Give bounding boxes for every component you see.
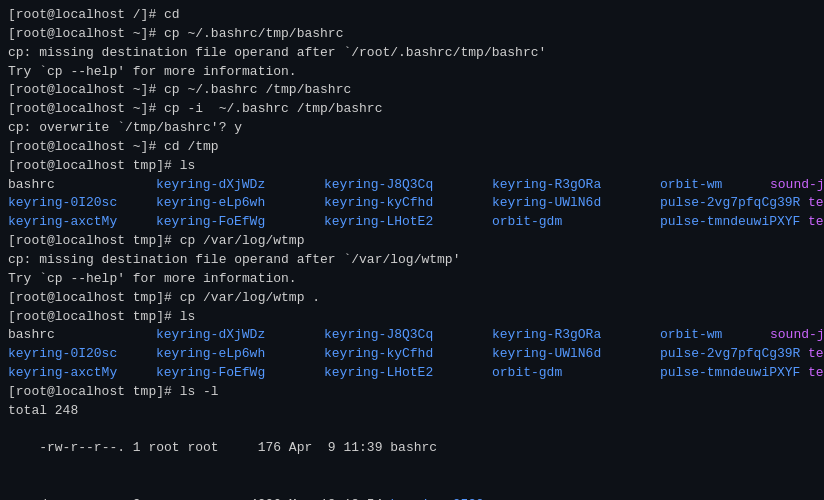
terminal-line: [root@localhost tmp]# cp /var/log/wtmp [8, 232, 816, 251]
ls-row: bashrc keyring-dXjWDz keyring-J8Q3Cq key… [8, 326, 816, 345]
ls-row: keyring-0I20sc keyring-eLp6wh keyring-ky… [8, 194, 816, 213]
terminal: [root@localhost /]# cd [root@localhost ~… [0, 0, 824, 500]
terminal-line: Try `cp --help' for more information. [8, 63, 816, 82]
terminal-line: [root@localhost ~]# cp -i ~/.bashrc /tmp… [8, 100, 816, 119]
terminal-line: [root@localhost ~]# cd /tmp [8, 138, 816, 157]
ls-row: keyring-0I20sc keyring-eLp6wh keyring-ky… [8, 345, 816, 364]
terminal-line: Try `cp --help' for more information. [8, 270, 816, 289]
terminal-line: [root@localhost /]# cd [8, 6, 816, 25]
ll-row: drwx------. 2 wm wm 4096 Mar 18 18:54 ke… [8, 477, 816, 500]
ll-row: -rw-r--r--. 1 root root 176 Apr 9 11:39 … [8, 421, 816, 478]
terminal-line: cp: overwrite `/tmp/bashrc'? y [8, 119, 816, 138]
prompt: [root@localhost /]# [8, 6, 164, 25]
terminal-line: cp: missing destination file operand aft… [8, 251, 816, 270]
terminal-line: [root@localhost ~]# cp ~/.bashrc/tmp/bas… [8, 25, 816, 44]
terminal-line: [root@localhost tmp]# ls -l [8, 383, 816, 402]
ls-row: keyring-axctMy keyring-FoEfWg keyring-LH… [8, 364, 816, 383]
ls-row: keyring-axctMy keyring-FoEfWg keyring-LH… [8, 213, 816, 232]
ls-row: bashrc keyring-dXjWDz keyring-J8Q3Cq key… [8, 176, 816, 195]
terminal-line: [root@localhost tmp]# ls [8, 157, 816, 176]
terminal-line: [root@localhost tmp]# ls [8, 308, 816, 327]
terminal-line: [root@localhost tmp]# cp /var/log/wtmp . [8, 289, 816, 308]
terminal-line: cp: missing destination file operand aft… [8, 44, 816, 63]
terminal-line: total 248 [8, 402, 816, 421]
terminal-line: [root@localhost ~]# cp ~/.bashrc /tmp/ba… [8, 81, 816, 100]
